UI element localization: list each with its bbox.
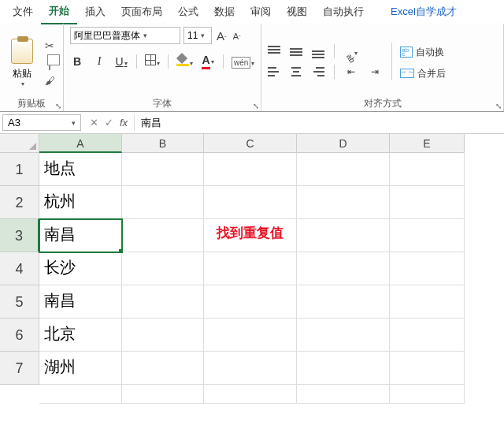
align-middle-button[interactable] [290,46,302,57]
cell-A5[interactable]: 南昌 [39,285,122,319]
fx-button[interactable]: fx [120,117,128,129]
cell-B2[interactable] [122,186,204,219]
cell-B5[interactable] [122,285,204,319]
cancel-button[interactable]: ✕ [90,117,98,129]
cell-D2[interactable] [297,186,390,219]
italic-button[interactable]: I [92,55,106,68]
decrease-font-button[interactable]: Aˇ [232,30,243,42]
format-painter-button[interactable] [43,74,57,87]
col-header-D[interactable]: D [297,134,390,153]
col-header-E[interactable]: E [390,134,465,153]
cell-E5[interactable] [390,285,465,319]
clipboard-launcher[interactable]: ⤡ [55,102,61,110]
menu-formulas[interactable]: 公式 [170,0,206,24]
font-name-combo[interactable]: 阿里巴巴普惠体▾ [70,27,180,44]
cell-B3[interactable] [122,219,204,252]
cell-C7[interactable] [204,352,297,385]
group-alignment: ▾ ⇤ ⇥ 自动换 合并后 [261,24,504,111]
underline-button[interactable]: U▾ [114,55,128,68]
menu-view[interactable]: 视图 [279,0,315,24]
col-header-A[interactable]: A [39,134,122,153]
cell-C6[interactable] [204,319,297,352]
increase-indent-button[interactable]: ⇥ [368,66,382,77]
cell-D6[interactable] [297,319,390,352]
font-color-button[interactable]: A▾ [201,54,215,69]
cell-D7[interactable] [297,352,390,385]
cell-E2[interactable] [390,186,465,219]
cell-C4[interactable] [204,252,297,285]
cell-D8[interactable] [297,385,390,404]
name-box[interactable]: A3▾ [2,114,81,131]
copy-button[interactable] [43,57,57,69]
cell-A8[interactable] [39,385,122,404]
cell-E1[interactable] [390,153,465,186]
cell-A6[interactable]: 北京 [39,319,122,352]
border-icon [145,54,156,65]
cell-D4[interactable] [297,252,390,285]
fill-color-button[interactable]: ▾ [176,54,193,68]
merge-center-button[interactable]: 合并后 [400,67,446,80]
cell-E3[interactable] [390,219,465,252]
cell-A7[interactable]: 湖州 [39,352,122,385]
cell-E8[interactable] [390,385,465,404]
orientation-button[interactable]: ▾ [344,45,358,58]
cell-B6[interactable] [122,319,204,352]
cell-A4[interactable]: 长沙 [39,252,122,285]
menu-pagelayout[interactable]: 页面布局 [113,0,170,24]
row-header-4[interactable]: 4 [0,252,39,285]
menu-automate[interactable]: 自动执行 [315,0,372,24]
cell-E4[interactable] [390,252,465,285]
menu-home[interactable]: 开始 [41,0,77,24]
increase-font-button[interactable]: Aˆ [215,29,228,43]
formula-bar[interactable]: 南昌 [135,112,504,133]
cell-A1[interactable]: 地点 [39,153,122,186]
cell-E6[interactable] [390,319,465,352]
row-header-5[interactable]: 5 [0,285,39,319]
paste-button[interactable]: 粘贴 ▾ [6,35,38,88]
align-launcher[interactable]: ⤡ [495,102,502,110]
bold-button[interactable]: B [70,55,84,68]
select-all-corner[interactable] [0,134,39,153]
row-header-1[interactable]: 1 [0,153,39,186]
cell-B8[interactable] [122,385,204,404]
cell-C1[interactable] [204,153,297,186]
row-header-3[interactable]: 3 [0,219,39,252]
cell-A3[interactable]: 南昌 [39,219,122,252]
cell-B1[interactable] [122,153,204,186]
borders-button[interactable]: ▾ [145,54,160,68]
menu-review[interactable]: 审阅 [243,0,279,24]
cut-button[interactable] [43,39,57,52]
row-header-2[interactable]: 2 [0,186,39,219]
align-left-button[interactable] [268,66,280,77]
cell-C5[interactable] [204,285,297,319]
align-top-button[interactable] [268,46,280,57]
cell-A2[interactable]: 杭州 [39,186,122,219]
cell-C8[interactable] [204,385,297,404]
cell-D3[interactable] [297,219,390,252]
cell-C3[interactable]: 找到重复值 [204,219,297,252]
decrease-indent-button[interactable]: ⇤ [344,66,358,77]
menu-data[interactable]: 数据 [206,0,243,24]
cell-D5[interactable] [297,285,390,319]
align-center-button[interactable] [290,66,302,77]
align-right-button[interactable] [312,66,324,77]
font-launcher[interactable]: ⤡ [253,102,259,110]
cell-C2[interactable] [204,186,297,219]
col-header-B[interactable]: B [122,134,204,153]
phonetic-button[interactable]: wén▾ [232,55,254,68]
row-header-6[interactable]: 6 [0,319,39,352]
menu-excel-self-study[interactable]: Excel自学成才 [383,0,465,24]
menu-file[interactable]: 文件 [5,0,41,24]
col-header-C[interactable]: C [204,134,297,153]
confirm-button[interactable]: ✓ [105,117,113,129]
cell-E7[interactable] [390,352,465,385]
cell-D1[interactable] [297,153,390,186]
menu-insert[interactable]: 插入 [77,0,113,24]
wrap-text-button[interactable]: 自动换 [400,46,446,59]
font-size-combo[interactable]: 11▾ [183,27,212,44]
wrap-label: 自动换 [416,46,444,59]
row-header-7[interactable]: 7 [0,352,39,385]
cell-B4[interactable] [122,252,204,285]
align-bottom-button[interactable] [312,46,324,57]
cell-B7[interactable] [122,352,204,385]
